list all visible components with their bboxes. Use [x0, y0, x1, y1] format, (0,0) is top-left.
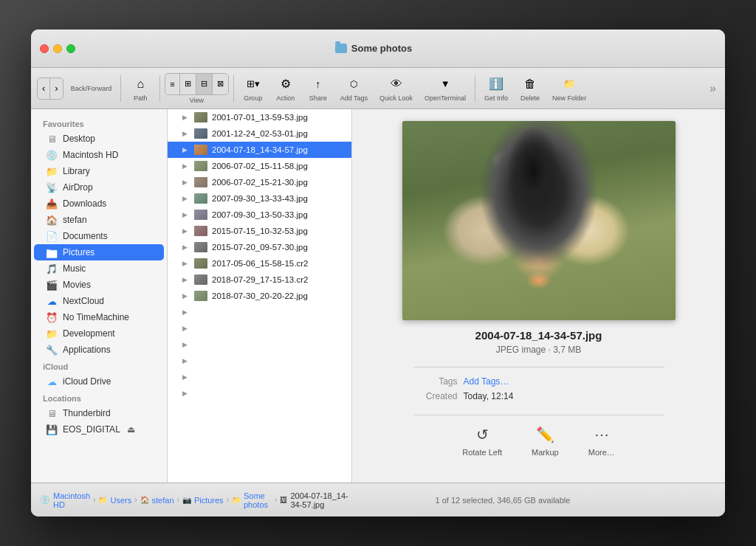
sidebar-item-library[interactable]: 📁 Library: [34, 163, 164, 179]
file-item[interactable]: ▶ 2015-07-15_10-32-53.jpg: [168, 223, 351, 239]
sidebar-item-stefan[interactable]: 🏠 stefan: [34, 212, 164, 228]
file-item[interactable]: ▶ 2006-07-02_15-11-58.jpg: [168, 158, 351, 174]
delete-button[interactable]: 🗑 Delete: [515, 72, 545, 105]
sidebar-item-desktop[interactable]: 🖥 Desktop: [34, 131, 164, 147]
file-item-empty: ▶: [168, 336, 351, 353]
sidebar-label-downloads: Downloads: [63, 198, 106, 209]
sidebar-item-icloud-drive[interactable]: ☁ iCloud Drive: [34, 373, 164, 390]
sidebar-item-development[interactable]: 📁 Development: [34, 325, 164, 342]
sidebar-item-nextcloud[interactable]: ☁ NextCloud: [34, 293, 164, 309]
sidebar-item-airdrop[interactable]: 📡 AirDrop: [34, 179, 164, 196]
file-item[interactable]: ▶ 2007-09-30_13-50-33.jpg: [168, 207, 351, 223]
file-item[interactable]: ▶ 2018-07-30_20-20-22.jpg: [168, 288, 351, 304]
breadcrumb-pictures[interactable]: 📷 Pictures: [182, 496, 224, 505]
file-item[interactable]: ▶ 2015-07-20_09-57-30.jpg: [168, 239, 351, 255]
view-gallery-button[interactable]: ⊠: [212, 74, 228, 94]
toolbar: ‹ › Back/Forward ⌂ Path ≡ ⊞ ⊟ ⊠ View ⊞▾: [31, 68, 725, 109]
file-item[interactable]: ▶ 2001-12-24_02-53-01.jpg: [168, 125, 351, 142]
sidebar-label-development: Development: [63, 328, 115, 339]
file-name: 2001-07-01_13-59-53.jpg: [212, 113, 308, 122]
file-item[interactable]: ▶ 2017-05-06_15-58-15.cr2: [168, 255, 351, 272]
desktop-icon: 🖥: [46, 133, 58, 145]
breadcrumb-file[interactable]: 🖼 2004-07-18_14-34-57.jpg: [280, 491, 348, 509]
file-thumbnail: [194, 112, 207, 122]
documents-icon: 📄: [46, 230, 58, 242]
sidebar-item-applications[interactable]: 🔧 Applications: [34, 342, 164, 358]
back-forward-group: ‹ ›: [37, 77, 63, 100]
view-icon-button[interactable]: ⊞: [179, 74, 196, 94]
new-folder-button[interactable]: 📁 New Folder: [548, 72, 591, 105]
chevron-icon: ▶: [182, 162, 190, 170]
breadcrumb-stefan[interactable]: 🏠 stefan: [140, 496, 174, 505]
eject-button[interactable]: ⏏: [126, 424, 137, 435]
separator-3: [233, 75, 234, 102]
share-icon: ↑: [309, 75, 327, 93]
action-button[interactable]: ⚙ Action: [271, 72, 300, 105]
sidebar-item-thunderbird[interactable]: 🖥 Thunderbird: [34, 405, 164, 421]
add-tags-button[interactable]: ⬡ Add Tags: [336, 72, 372, 105]
preview-image: [402, 121, 676, 320]
file-name: 2015-07-20_09-57-30.jpg: [212, 243, 308, 252]
sidebar-item-movies[interactable]: 🎬 Movies: [34, 277, 164, 293]
file-item[interactable]: ▶ 2007-09-30_13-33-43.jpg: [168, 190, 351, 207]
breadcrumb-some-photos[interactable]: 📁 Some photos: [232, 491, 272, 509]
sidebar-item-pictures[interactable]: 📷 Pictures: [34, 244, 164, 260]
more-button[interactable]: ⋯ More…: [588, 424, 615, 457]
maximize-button[interactable]: [66, 44, 75, 53]
quick-look-button[interactable]: 👁 Quick Look: [375, 72, 417, 105]
pictures-icon: 📷: [46, 246, 58, 258]
separator-1: [120, 75, 121, 102]
sidebar-item-downloads[interactable]: 📥 Downloads: [34, 196, 164, 212]
chevron-icon: ▶: [182, 308, 190, 316]
view-list-button[interactable]: ≡: [165, 74, 179, 94]
sidebar-item-no-timemachine[interactable]: ⏰ No TimeMachine: [34, 309, 164, 325]
icloud-drive-icon: ☁: [46, 376, 58, 387]
chevron-icon: ▶: [182, 211, 190, 218]
action-icon: ⚙: [277, 75, 295, 93]
favourites-title: Favourites: [31, 115, 167, 131]
file-item-selected[interactable]: ▶ 2004-07-18_14-34-57.jpg: [168, 142, 351, 158]
file-thumbnail: [194, 226, 207, 236]
group-button[interactable]: ⊞▾ Group: [238, 72, 268, 105]
close-button[interactable]: [40, 44, 49, 53]
minimize-button[interactable]: [53, 44, 62, 53]
back-button[interactable]: ‹: [38, 78, 49, 99]
file-list: ▶ 2001-07-01_13-59-53.jpg ▶ 2001-12-24_0…: [168, 109, 352, 483]
open-terminal-button[interactable]: ▼ OpenTerminal: [420, 72, 470, 105]
sidebar-item-macintosh-hd[interactable]: 💿 Macintosh HD: [34, 147, 164, 163]
path-button[interactable]: ⌂ Path: [126, 72, 155, 105]
view-buttons: ≡ ⊞ ⊟ ⊠: [165, 73, 228, 95]
file-name: 2018-07-29_17-15-13.cr2: [212, 275, 308, 284]
tags-value[interactable]: Add Tags…: [464, 376, 509, 387]
rotate-left-button[interactable]: ↺ Rotate Left: [462, 424, 502, 457]
rotate-left-icon: ↺: [472, 424, 492, 445]
breadcrumb-arrow-5: ›: [275, 496, 277, 504]
file-item[interactable]: ▶ 2018-07-29_17-15-13.cr2: [168, 272, 351, 288]
more-toolbar-button[interactable]: »: [707, 82, 719, 95]
sidebar-item-documents[interactable]: 📄 Documents: [34, 228, 164, 244]
statusbar: 💿 Macintosh HD › 📁 Users › 🏠 stefan › 📷 …: [31, 483, 725, 516]
meta-row-created: Created Today, 12:14: [413, 391, 664, 401]
share-button[interactable]: ↑ Share: [303, 72, 333, 105]
forward-button[interactable]: ›: [49, 78, 62, 99]
created-label: Created: [413, 391, 458, 401]
breadcrumb-macintosh-hd[interactable]: 💿 Macintosh HD: [40, 491, 90, 509]
file-item-empty: ▶: [168, 385, 351, 401]
file-thumbnail: [194, 242, 207, 252]
thunderbird-icon: 🖥: [46, 407, 58, 419]
get-info-button[interactable]: ℹ️ Get Info: [480, 72, 512, 105]
markup-button[interactable]: ✏️ Markup: [532, 424, 559, 457]
file-item-empty: ▶: [168, 369, 351, 385]
breadcrumb-arrow-2: ›: [134, 496, 137, 504]
view-column-button[interactable]: ⊟: [196, 74, 212, 94]
file-item[interactable]: ▶ 2006-07-02_15-21-30.jpg: [168, 174, 351, 190]
file-item[interactable]: ▶ 2001-07-01_13-59-53.jpg: [168, 109, 351, 125]
sidebar-item-eos-digital[interactable]: 💾 EOS_DIGITAL ⏏: [34, 421, 164, 438]
get-info-icon: ℹ️: [487, 75, 505, 93]
locations-title: Locations: [31, 390, 167, 405]
sidebar-item-music[interactable]: 🎵 Music: [34, 260, 164, 277]
preview-actions: ↺ Rotate Left ✏️ Markup ⋯ More…: [413, 415, 664, 466]
breadcrumb-users[interactable]: 📁 Users: [98, 496, 131, 505]
window-folder-icon: [335, 44, 347, 53]
file-thumbnail: [194, 291, 207, 301]
